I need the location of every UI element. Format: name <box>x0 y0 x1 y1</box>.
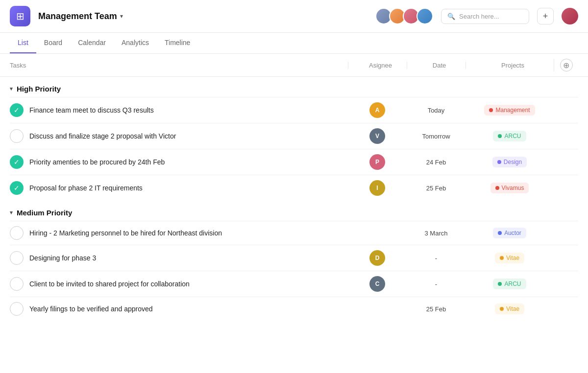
add-column-button[interactable]: ⊕ <box>560 59 573 71</box>
assignee-cell: P <box>348 154 407 170</box>
project-badge[interactable]: Vivamus <box>490 183 529 193</box>
task-title: Hiring - 2 Marketing personnel to be hir… <box>29 229 222 237</box>
task-title: Yearly filings to be verified and approv… <box>29 305 153 313</box>
chevron-down-icon[interactable]: ▾ <box>120 13 123 20</box>
table-row: Yearly filings to be verified and approv… <box>10 297 578 321</box>
task-left: Designing for phase 3 <box>10 251 348 265</box>
avatar-group <box>375 8 433 24</box>
project-badge[interactable]: ARCU <box>493 131 526 141</box>
search-icon: 🔍 <box>447 13 455 20</box>
project-cell: Vivamus <box>466 183 554 193</box>
project-label: Auctor <box>504 230 521 236</box>
assignee-avatar: A <box>369 102 385 118</box>
add-button[interactable]: + <box>537 8 554 24</box>
task-title: Designing for phase 3 <box>29 254 96 262</box>
section-chevron-icon: ▾ <box>10 86 13 92</box>
assignee-cell: I <box>348 180 407 196</box>
task-title: Finance team meet to discuss Q3 results <box>29 106 154 114</box>
tab-timeline[interactable]: Timeline <box>157 33 198 53</box>
task-checkbox[interactable] <box>10 277 24 291</box>
nav-tabs: List Board Calendar Analytics Timeline <box>0 33 588 54</box>
project-cell: Auctor <box>466 228 554 238</box>
date-cell: 24 Feb <box>407 159 466 166</box>
project-label: Management <box>495 107 530 114</box>
section-header-medium-priority[interactable]: ▾ Medium Priority <box>10 201 578 221</box>
table-header: Tasks Asignee Date Projects ⊕ <box>0 54 588 77</box>
project-cell: ARCU <box>466 131 554 141</box>
project-badge[interactable]: Auctor <box>493 228 526 238</box>
tab-list[interactable]: List <box>10 33 36 53</box>
task-left: Hiring - 2 Marketing personnel to be hir… <box>10 226 348 240</box>
assignee-cell: V <box>348 128 407 144</box>
table-row: ✓ Priority amenties to be procured by 24… <box>10 149 578 175</box>
table-row: Hiring - 2 Marketing personnel to be hir… <box>10 221 578 245</box>
section-medium-priority: ▾ Medium Priority Hiring - 2 Marketing p… <box>0 201 588 321</box>
section-header-high-priority[interactable]: ▾ High Priority <box>10 77 578 97</box>
task-checkbox[interactable]: ✓ <box>10 181 24 195</box>
assignee-avatar: I <box>369 180 385 196</box>
sections-container: ▾ High Priority ✓ Finance team meet to d… <box>0 77 588 321</box>
project-dot <box>498 231 502 235</box>
task-title: Client to be invited to shared project f… <box>29 280 190 288</box>
task-checkbox[interactable] <box>10 226 24 240</box>
project-label: ARCU <box>504 133 521 140</box>
search-box[interactable]: 🔍 Search here... <box>441 9 529 24</box>
task-checkbox[interactable] <box>10 251 24 265</box>
date-cell: Today <box>407 107 466 114</box>
date-cell: 25 Feb <box>407 185 466 192</box>
header: ⊞ Management Team ▾ 🔍 Search here... + <box>0 0 588 33</box>
project-label: Design <box>504 159 522 165</box>
project-dot <box>497 160 501 164</box>
task-left: Discuss and finalize stage 2 proposal wi… <box>10 129 348 143</box>
assignee-avatar: V <box>369 128 385 144</box>
col-add-header: ⊕ <box>554 59 578 71</box>
project-dot <box>500 307 504 311</box>
project-label: Vitae <box>506 305 519 312</box>
task-checkbox[interactable] <box>10 302 24 316</box>
project-cell: Design <box>466 157 554 167</box>
task-title: Proposal for phase 2 IT requirements <box>29 184 143 192</box>
tab-board[interactable]: Board <box>36 33 70 53</box>
task-left: ✓ Priority amenties to be procured by 24… <box>10 155 348 169</box>
project-dot <box>498 134 502 138</box>
project-badge[interactable]: Vitae <box>495 253 524 263</box>
project-badge[interactable]: Management <box>484 105 535 116</box>
logo: ⊞ <box>10 6 30 26</box>
app-title: Management Team <box>38 11 117 22</box>
project-cell: Vitae <box>466 303 554 314</box>
section-chevron-icon: ▾ <box>10 210 13 216</box>
task-checkbox[interactable] <box>10 129 24 143</box>
section-high-priority: ▾ High Priority ✓ Finance team meet to d… <box>0 77 588 201</box>
assignee-cell: C <box>348 276 407 292</box>
date-cell: 3 March <box>407 230 466 237</box>
current-user-avatar <box>562 8 578 24</box>
assignee-avatar: D <box>369 250 385 266</box>
search-placeholder: Search here... <box>459 13 499 20</box>
date-cell: - <box>407 280 466 288</box>
project-label: Vivamus <box>502 185 524 191</box>
project-cell: Vitae <box>466 253 554 263</box>
project-badge[interactable]: Vitae <box>495 303 524 314</box>
task-checkbox[interactable]: ✓ <box>10 103 24 117</box>
task-title: Discuss and finalize stage 2 proposal wi… <box>29 132 176 140</box>
project-dot <box>498 282 502 286</box>
table-row: Client to be invited to shared project f… <box>10 271 578 297</box>
project-badge[interactable]: Design <box>492 157 527 167</box>
date-cell: Tomorrow <box>407 133 466 140</box>
title-area: Management Team ▾ <box>38 11 123 22</box>
task-checkbox[interactable]: ✓ <box>10 155 24 169</box>
col-assignee-header: Asignee <box>348 62 407 69</box>
col-tasks-header: Tasks <box>10 62 348 69</box>
tab-calendar[interactable]: Calendar <box>70 33 114 53</box>
section-title: Medium Priority <box>17 209 72 217</box>
assignee-cell: A <box>348 102 407 118</box>
project-badge[interactable]: ARCU <box>493 279 526 289</box>
assignee-cell: D <box>348 250 407 266</box>
task-left: Client to be invited to shared project f… <box>10 277 348 291</box>
section-title: High Priority <box>17 85 61 93</box>
tab-analytics[interactable]: Analytics <box>114 33 157 53</box>
table-row: ✓ Proposal for phase 2 IT requirements I… <box>10 175 578 201</box>
project-cell: ARCU <box>466 279 554 289</box>
task-left: ✓ Proposal for phase 2 IT requirements <box>10 181 348 195</box>
assignee-avatar: P <box>369 154 385 170</box>
